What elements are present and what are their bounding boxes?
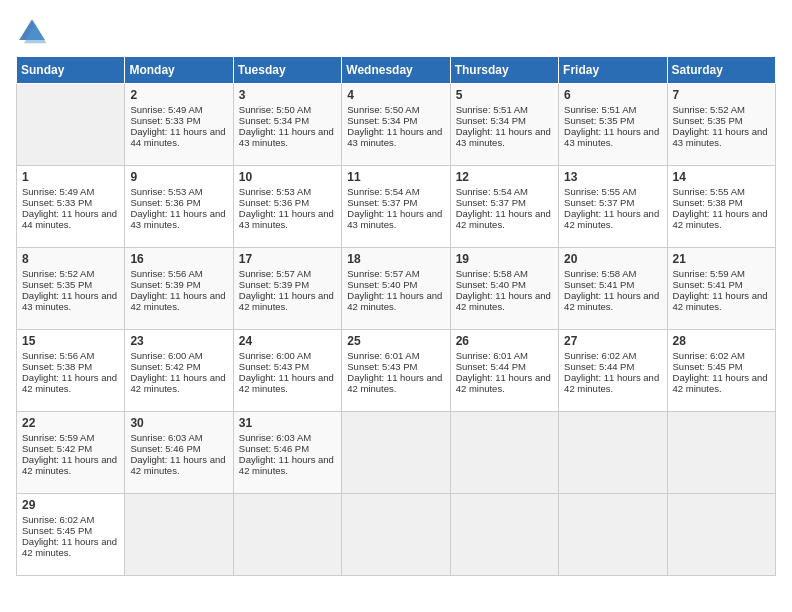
day-number: 8 bbox=[22, 252, 119, 266]
page-header bbox=[16, 16, 776, 48]
day-number: 3 bbox=[239, 88, 336, 102]
day-number: 4 bbox=[347, 88, 444, 102]
calendar-cell: 13Sunrise: 5:55 AMSunset: 5:37 PMDayligh… bbox=[559, 166, 667, 248]
calendar-cell: 27Sunrise: 6:02 AMSunset: 5:44 PMDayligh… bbox=[559, 330, 667, 412]
calendar-table: SundayMondayTuesdayWednesdayThursdayFrid… bbox=[16, 56, 776, 576]
day-number: 27 bbox=[564, 334, 661, 348]
day-number: 6 bbox=[564, 88, 661, 102]
calendar-cell bbox=[559, 412, 667, 494]
day-number: 25 bbox=[347, 334, 444, 348]
calendar-cell bbox=[667, 494, 775, 576]
calendar-week-2: 8Sunrise: 5:52 AMSunset: 5:35 PMDaylight… bbox=[17, 248, 776, 330]
calendar-cell: 26Sunrise: 6:01 AMSunset: 5:44 PMDayligh… bbox=[450, 330, 558, 412]
calendar-cell: 29Sunrise: 6:02 AMSunset: 5:45 PMDayligh… bbox=[17, 494, 125, 576]
calendar-cell: 5Sunrise: 5:51 AMSunset: 5:34 PMDaylight… bbox=[450, 84, 558, 166]
calendar-cell bbox=[450, 412, 558, 494]
day-number: 14 bbox=[673, 170, 770, 184]
calendar-cell bbox=[125, 494, 233, 576]
calendar-cell: 28Sunrise: 6:02 AMSunset: 5:45 PMDayligh… bbox=[667, 330, 775, 412]
calendar-cell bbox=[342, 494, 450, 576]
calendar-cell: 6Sunrise: 5:51 AMSunset: 5:35 PMDaylight… bbox=[559, 84, 667, 166]
calendar-cell: 23Sunrise: 6:00 AMSunset: 5:42 PMDayligh… bbox=[125, 330, 233, 412]
day-number: 24 bbox=[239, 334, 336, 348]
calendar-cell: 4Sunrise: 5:50 AMSunset: 5:34 PMDaylight… bbox=[342, 84, 450, 166]
calendar-week-3: 15Sunrise: 5:56 AMSunset: 5:38 PMDayligh… bbox=[17, 330, 776, 412]
calendar-cell bbox=[450, 494, 558, 576]
calendar-week-0: 2Sunrise: 5:49 AMSunset: 5:33 PMDaylight… bbox=[17, 84, 776, 166]
calendar-cell: 12Sunrise: 5:54 AMSunset: 5:37 PMDayligh… bbox=[450, 166, 558, 248]
calendar-cell bbox=[667, 412, 775, 494]
calendar-week-1: 1Sunrise: 5:49 AMSunset: 5:33 PMDaylight… bbox=[17, 166, 776, 248]
day-number: 7 bbox=[673, 88, 770, 102]
day-number: 5 bbox=[456, 88, 553, 102]
calendar-cell: 9Sunrise: 5:53 AMSunset: 5:36 PMDaylight… bbox=[125, 166, 233, 248]
logo-icon bbox=[16, 16, 48, 48]
day-number: 30 bbox=[130, 416, 227, 430]
calendar-body: 2Sunrise: 5:49 AMSunset: 5:33 PMDaylight… bbox=[17, 84, 776, 576]
day-number: 22 bbox=[22, 416, 119, 430]
calendar-cell: 25Sunrise: 6:01 AMSunset: 5:43 PMDayligh… bbox=[342, 330, 450, 412]
calendar-header: SundayMondayTuesdayWednesdayThursdayFrid… bbox=[17, 57, 776, 84]
day-number: 10 bbox=[239, 170, 336, 184]
day-number: 16 bbox=[130, 252, 227, 266]
calendar-cell bbox=[342, 412, 450, 494]
day-number: 11 bbox=[347, 170, 444, 184]
day-number: 19 bbox=[456, 252, 553, 266]
calendar-cell: 14Sunrise: 5:55 AMSunset: 5:38 PMDayligh… bbox=[667, 166, 775, 248]
day-number: 2 bbox=[130, 88, 227, 102]
day-number: 1 bbox=[22, 170, 119, 184]
day-number: 29 bbox=[22, 498, 119, 512]
calendar-cell: 3Sunrise: 5:50 AMSunset: 5:34 PMDaylight… bbox=[233, 84, 341, 166]
calendar-cell: 20Sunrise: 5:58 AMSunset: 5:41 PMDayligh… bbox=[559, 248, 667, 330]
calendar-cell: 7Sunrise: 5:52 AMSunset: 5:35 PMDaylight… bbox=[667, 84, 775, 166]
day-number: 26 bbox=[456, 334, 553, 348]
day-number: 17 bbox=[239, 252, 336, 266]
calendar-cell: 10Sunrise: 5:53 AMSunset: 5:36 PMDayligh… bbox=[233, 166, 341, 248]
day-number: 21 bbox=[673, 252, 770, 266]
calendar-cell bbox=[17, 84, 125, 166]
header-cell-monday: Monday bbox=[125, 57, 233, 84]
header-cell-friday: Friday bbox=[559, 57, 667, 84]
day-number: 20 bbox=[564, 252, 661, 266]
day-number: 15 bbox=[22, 334, 119, 348]
calendar-week-5: 29Sunrise: 6:02 AMSunset: 5:45 PMDayligh… bbox=[17, 494, 776, 576]
calendar-cell bbox=[559, 494, 667, 576]
calendar-cell: 30Sunrise: 6:03 AMSunset: 5:46 PMDayligh… bbox=[125, 412, 233, 494]
day-number: 12 bbox=[456, 170, 553, 184]
calendar-cell: 2Sunrise: 5:49 AMSunset: 5:33 PMDaylight… bbox=[125, 84, 233, 166]
calendar-cell bbox=[233, 494, 341, 576]
day-number: 31 bbox=[239, 416, 336, 430]
calendar-cell: 15Sunrise: 5:56 AMSunset: 5:38 PMDayligh… bbox=[17, 330, 125, 412]
day-number: 18 bbox=[347, 252, 444, 266]
calendar-cell: 31Sunrise: 6:03 AMSunset: 5:46 PMDayligh… bbox=[233, 412, 341, 494]
calendar-cell: 11Sunrise: 5:54 AMSunset: 5:37 PMDayligh… bbox=[342, 166, 450, 248]
calendar-cell: 21Sunrise: 5:59 AMSunset: 5:41 PMDayligh… bbox=[667, 248, 775, 330]
day-number: 9 bbox=[130, 170, 227, 184]
day-number: 23 bbox=[130, 334, 227, 348]
header-cell-thursday: Thursday bbox=[450, 57, 558, 84]
header-cell-saturday: Saturday bbox=[667, 57, 775, 84]
calendar-week-4: 22Sunrise: 5:59 AMSunset: 5:42 PMDayligh… bbox=[17, 412, 776, 494]
header-cell-tuesday: Tuesday bbox=[233, 57, 341, 84]
calendar-cell: 8Sunrise: 5:52 AMSunset: 5:35 PMDaylight… bbox=[17, 248, 125, 330]
logo bbox=[16, 16, 52, 48]
calendar-cell: 18Sunrise: 5:57 AMSunset: 5:40 PMDayligh… bbox=[342, 248, 450, 330]
calendar-cell: 24Sunrise: 6:00 AMSunset: 5:43 PMDayligh… bbox=[233, 330, 341, 412]
header-row: SundayMondayTuesdayWednesdayThursdayFrid… bbox=[17, 57, 776, 84]
header-cell-wednesday: Wednesday bbox=[342, 57, 450, 84]
calendar-cell: 19Sunrise: 5:58 AMSunset: 5:40 PMDayligh… bbox=[450, 248, 558, 330]
day-number: 13 bbox=[564, 170, 661, 184]
calendar-cell: 16Sunrise: 5:56 AMSunset: 5:39 PMDayligh… bbox=[125, 248, 233, 330]
calendar-cell: 22Sunrise: 5:59 AMSunset: 5:42 PMDayligh… bbox=[17, 412, 125, 494]
day-number: 28 bbox=[673, 334, 770, 348]
calendar-cell: 17Sunrise: 5:57 AMSunset: 5:39 PMDayligh… bbox=[233, 248, 341, 330]
header-cell-sunday: Sunday bbox=[17, 57, 125, 84]
calendar-cell: 1Sunrise: 5:49 AMSunset: 5:33 PMDaylight… bbox=[17, 166, 125, 248]
